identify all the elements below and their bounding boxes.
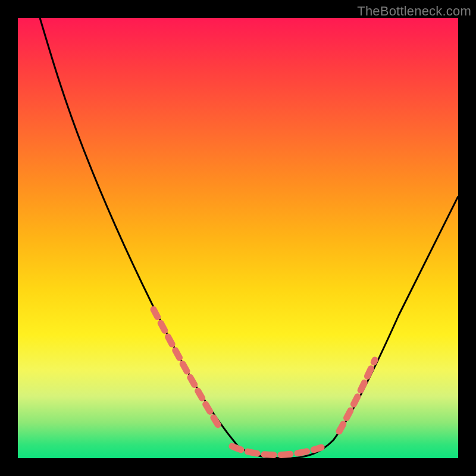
marker-right (339, 360, 375, 431)
chart-frame: TheBottleneck.com (0, 0, 476, 476)
marker-group (154, 309, 375, 455)
watermark-text: TheBottleneck.com (357, 4, 471, 19)
marker-left (154, 309, 220, 428)
curve-line (40, 18, 458, 458)
bottleneck-curve (18, 18, 458, 458)
marker-floor (232, 446, 321, 455)
